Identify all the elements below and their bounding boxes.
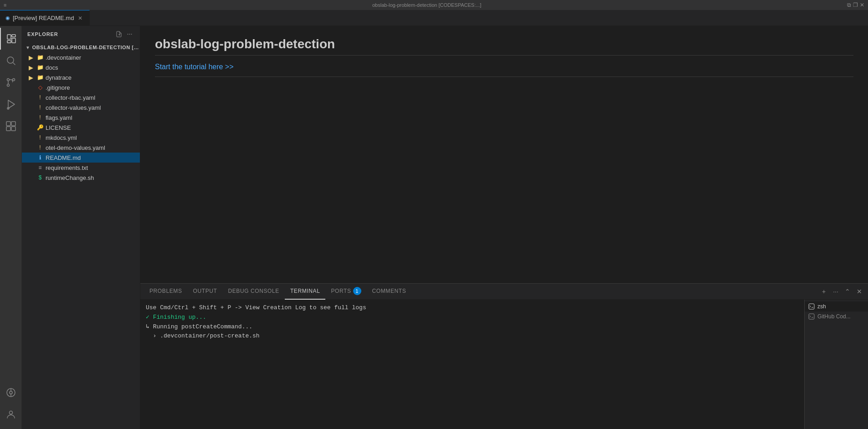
sidebar-item-otel-demo[interactable]: ▶ ! otel-demo-values.yaml xyxy=(22,143,140,153)
person-icon: 🔑 xyxy=(36,124,44,131)
yaml-warn-icon: ! xyxy=(36,144,44,151)
svg-rect-2 xyxy=(12,38,15,43)
tree-root[interactable]: ▼ OBSLAB-LOG-PROBLEM-DETECTION [CODESPAC… xyxy=(22,42,140,52)
terminal-line-1: ✓ Finishing up... xyxy=(146,313,799,322)
sidebar-item-license[interactable]: ▶ 🔑 LICENSE xyxy=(22,123,140,133)
terminal-icon xyxy=(808,313,815,320)
svg-rect-1 xyxy=(12,35,15,37)
svg-point-4 xyxy=(7,57,14,63)
tab-readme-preview[interactable]: ◉ [Preview] README.md ✕ xyxy=(0,10,90,26)
panel-tab-problems[interactable]: PROBLEMS xyxy=(144,284,188,300)
panel-tab-terminal[interactable]: TERMINAL xyxy=(285,284,325,300)
panel-tab-comments[interactable]: COMMENTS xyxy=(367,284,412,300)
ports-badge: 1 xyxy=(353,287,361,295)
sidebar-item-flags[interactable]: ▶ ! flags.yaml xyxy=(22,112,140,123)
window-minimize-icon[interactable]: ⧉ xyxy=(847,2,851,8)
sidebar-item-requirements[interactable]: ▶ ≡ requirements.txt xyxy=(22,163,140,173)
folder-arrow-icon: ▶ xyxy=(27,64,35,71)
terminal-close-button[interactable]: ✕ xyxy=(854,286,864,296)
sidebar-header-icons: ··· xyxy=(114,30,134,39)
list-icon: ≡ xyxy=(36,164,44,171)
folder-arrow-icon: ▶ xyxy=(27,74,35,81)
folder-icon: 📁 xyxy=(36,54,44,61)
sidebar-item-devcontainer[interactable]: ▶ 📁 .devcontainer xyxy=(22,52,140,62)
terminal-more-button[interactable]: ··· xyxy=(831,286,841,296)
terminal-panel: PROBLEMS OUTPUT DEBUG CONSOLE TERMINAL P… xyxy=(140,283,868,429)
main-layout: Explorer ··· ▼ OBSLAB-LOG-PROBLEM-DETECT… xyxy=(0,26,868,429)
tab-close-button[interactable]: ✕ xyxy=(77,15,84,22)
svg-rect-22 xyxy=(809,304,814,309)
sidebar: Explorer ··· ▼ OBSLAB-LOG-PROBLEM-DETECT… xyxy=(22,26,140,429)
preview-icon: ◉ xyxy=(5,15,10,21)
terminal-sessions-panel: zsh GitHub Cod... xyxy=(804,300,868,429)
yaml-warn-icon: ! xyxy=(36,104,44,111)
hamburger-icon[interactable]: ≡ xyxy=(4,2,6,8)
activity-bottom xyxy=(0,382,22,429)
svg-point-16 xyxy=(10,391,12,394)
window-maximize-icon[interactable]: ❐ xyxy=(853,2,858,8)
sidebar-item-docs[interactable]: ▶ 📁 docs xyxy=(22,62,140,72)
activity-item-search[interactable] xyxy=(0,50,22,72)
sidebar-item-readme[interactable]: ▶ ℹ README.md xyxy=(22,153,140,163)
readme-title: obslab-log-problem-detection xyxy=(155,37,853,56)
root-arrow-icon: ▼ xyxy=(26,45,30,50)
svg-marker-9 xyxy=(8,100,15,108)
sidebar-header: Explorer ··· xyxy=(22,26,140,42)
session-label-github: GitHub Cod... xyxy=(817,313,851,320)
info-icon: ℹ xyxy=(36,154,44,161)
session-label-zsh: zsh xyxy=(817,303,826,310)
terminal-content[interactable]: Use Cmd/Ctrl + Shift + P -> View Creatio… xyxy=(140,300,804,429)
sidebar-item-collector-values[interactable]: ▶ ! collector-values.yaml xyxy=(22,102,140,112)
terminal-maximize-button[interactable]: ⌃ xyxy=(842,286,853,296)
activity-item-run-debug[interactable] xyxy=(0,93,22,115)
activity-item-extensions[interactable] xyxy=(0,115,22,137)
terminal-session-zsh[interactable]: zsh xyxy=(805,301,868,312)
svg-point-8 xyxy=(12,79,15,81)
svg-rect-14 xyxy=(11,127,15,131)
panel-tab-ports[interactable]: PORTS 1 xyxy=(325,284,366,300)
terminal-line-2: ↳ Running postCreateCommand... xyxy=(146,322,799,332)
panel-tab-debug-console[interactable]: DEBUG CONSOLE xyxy=(222,284,285,300)
content-area: obslab-log-problem-detection Start the t… xyxy=(140,26,868,429)
svg-rect-0 xyxy=(7,35,11,39)
new-file-button[interactable] xyxy=(114,30,123,39)
sidebar-item-mkdocs[interactable]: ▶ ! mkdocs.yml xyxy=(22,133,140,143)
window-close-icon[interactable]: ✕ xyxy=(860,2,864,8)
activity-item-explorer[interactable] xyxy=(0,28,22,50)
titlebar: ≡ obslab-log-problem-detection [CODESPAC… xyxy=(0,0,868,10)
svg-point-19 xyxy=(9,411,12,414)
terminal-body: Use Cmd/Ctrl + Shift + P -> View Creatio… xyxy=(140,300,868,429)
tab-label: [Preview] README.md xyxy=(13,15,74,21)
terminal-icon xyxy=(808,303,815,310)
root-label: OBSLAB-LOG-PROBLEM-DETECTION [CODESPACES… xyxy=(32,45,140,50)
sidebar-item-runtimechange[interactable]: ▶ $ runtimeChange.sh xyxy=(22,173,140,183)
svg-rect-12 xyxy=(11,122,15,126)
activity-item-source-control[interactable] xyxy=(0,72,22,93)
panel-actions: + ··· ⌃ ✕ xyxy=(819,286,864,296)
preview-pane: obslab-log-problem-detection Start the t… xyxy=(140,26,868,283)
sidebar-item-gitignore[interactable]: ▶ ◇ .gitignore xyxy=(22,82,140,92)
yaml-warn-icon: ! xyxy=(36,134,44,141)
svg-rect-3 xyxy=(7,41,11,43)
sidebar-item-dynatrace[interactable]: ▶ 📁 dynatrace xyxy=(22,72,140,82)
folder-icon: 📁 xyxy=(36,74,44,81)
svg-rect-24 xyxy=(809,314,814,319)
yaml-warn-icon: ! xyxy=(36,94,44,101)
add-terminal-button[interactable]: + xyxy=(819,286,829,296)
git-icon: ◇ xyxy=(36,84,44,91)
panel-tab-output[interactable]: OUTPUT xyxy=(188,284,223,300)
folder-arrow-icon: ▶ xyxy=(27,54,35,61)
terminal-line-0: Use Cmd/Ctrl + Shift + P -> View Creatio… xyxy=(146,303,799,313)
svg-rect-11 xyxy=(6,122,10,126)
new-folder-button[interactable]: ··· xyxy=(125,30,134,39)
yaml-warn-icon: ! xyxy=(36,114,44,121)
window-title: obslab-log-problem-detection [CODESPACES… xyxy=(372,2,481,8)
tutorial-link[interactable]: Start the tutorial here >> xyxy=(155,63,853,77)
sidebar-title: Explorer xyxy=(27,31,58,37)
terminal-session-github[interactable]: GitHub Cod... xyxy=(805,312,868,322)
activity-bar xyxy=(0,26,22,429)
shell-icon: $ xyxy=(36,174,44,181)
sidebar-item-collector-rbac[interactable]: ▶ ! collector-rbac.yaml xyxy=(22,92,140,102)
activity-item-remote[interactable] xyxy=(0,382,22,403)
activity-item-account[interactable] xyxy=(0,403,22,425)
